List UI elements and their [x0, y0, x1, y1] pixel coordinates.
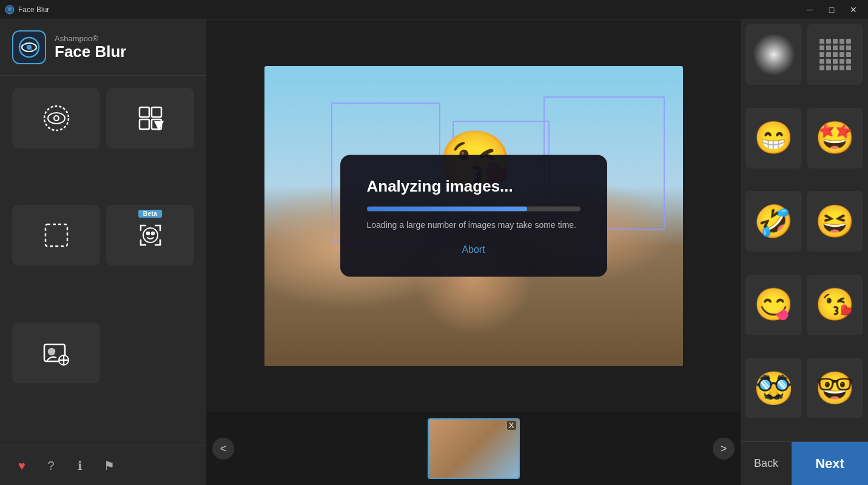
- thumb-photo-1: [429, 420, 519, 478]
- title-bar-left: Face Blur: [5, 5, 49, 15]
- svg-point-16: [152, 232, 154, 235]
- analyzing-dialog: Analyzing images... Loading a large numb…: [340, 155, 607, 277]
- effect-emoji-goggle-2[interactable]: 🤓: [807, 358, 863, 418]
- thumb-close-button[interactable]: X: [507, 421, 516, 430]
- analyzing-title: Analyzing images...: [367, 177, 580, 196]
- left-sidebar: Ashampoo® Face Blur: [0, 19, 206, 485]
- effect-emoji-grin[interactable]: 😁: [745, 108, 802, 169]
- svg-rect-9: [152, 107, 161, 117]
- help-icon-btn[interactable]: ?: [41, 456, 61, 475]
- app-header: Ashampoo® Face Blur: [0, 19, 206, 76]
- effect-emoji-star-eyes[interactable]: 🤩: [807, 108, 863, 169]
- close-button[interactable]: ✕: [844, 2, 863, 17]
- tools-grid: Beta: [0, 76, 206, 446]
- tool-face-detect[interactable]: Beta: [106, 205, 194, 266]
- tool-region[interactable]: [12, 205, 100, 266]
- eye-circle-icon: [42, 104, 71, 133]
- analyzing-subtitle: Loading a large number of images may tak…: [367, 220, 580, 230]
- svg-rect-10: [140, 119, 149, 129]
- tool-add-photo[interactable]: [12, 323, 100, 383]
- effect-pixelate[interactable]: [807, 24, 863, 85]
- svg-point-14: [143, 228, 158, 242]
- app-icon: [5, 5, 15, 15]
- add-photo-icon: [42, 338, 71, 367]
- title-bar: Face Blur ─ □ ✕: [0, 0, 868, 19]
- effect-emoji-laugh-tear[interactable]: 🤣: [745, 191, 802, 252]
- svg-rect-8: [140, 107, 149, 117]
- pixelate-visual: [819, 39, 851, 70]
- right-sidebar: 😁 🤩 🤣 😆 😋 😘 🥸 🤓: [741, 19, 868, 485]
- face-detect-icon: [136, 221, 165, 250]
- maximize-button[interactable]: □: [822, 2, 841, 17]
- effect-blur-soft[interactable]: [745, 24, 802, 85]
- app-name: Face Blur: [55, 43, 127, 61]
- filmstrip-prev-button[interactable]: <: [212, 438, 234, 460]
- emoji-grin: 😁: [754, 119, 793, 156]
- progress-bar-fill: [367, 207, 527, 212]
- abort-button[interactable]: Abort: [462, 244, 485, 255]
- title-bar-text: Face Blur: [18, 5, 49, 14]
- center-content: 😘 Analyzing images... Loading a large nu…: [206, 19, 741, 485]
- svg-rect-13: [45, 224, 67, 246]
- info-icon-btn[interactable]: ℹ: [70, 456, 90, 475]
- app-logo: [12, 30, 46, 64]
- emoji-yum: 😋: [754, 286, 793, 323]
- title-bar-controls: ─ □ ✕: [800, 2, 863, 17]
- svg-point-7: [54, 116, 59, 121]
- emoji-kiss-heart: 😘: [815, 286, 855, 323]
- beta-badge: Beta: [138, 210, 163, 218]
- svg-point-1: [8, 7, 12, 11]
- svg-point-4: [27, 45, 32, 50]
- emoji-goggle-1: 🥸: [754, 370, 793, 407]
- svg-point-18: [49, 349, 55, 355]
- heart-icon-btn[interactable]: ♥: [12, 456, 32, 475]
- emoji-laugh-tear: 🤣: [754, 203, 793, 240]
- app-brand: Ashampoo®: [55, 34, 127, 43]
- sidebar-footer: ♥ ? ℹ ⚑: [0, 446, 206, 485]
- image-area: 😘 Analyzing images... Loading a large nu…: [206, 19, 741, 412]
- emoji-star-eyes: 🤩: [815, 119, 855, 156]
- progress-bar-track: [367, 207, 580, 212]
- minimize-button[interactable]: ─: [800, 2, 819, 17]
- filmstrip-thumb-1[interactable]: X: [428, 418, 520, 479]
- flag-icon-btn[interactable]: ⚑: [99, 456, 119, 475]
- region-icon: [42, 221, 71, 250]
- app-title-block: Ashampoo® Face Blur: [55, 34, 127, 61]
- logo-icon: [18, 36, 40, 58]
- main-image: 😘 Analyzing images... Loading a large nu…: [264, 66, 683, 366]
- grid-select-icon: [136, 104, 165, 133]
- blur-soft-visual: [753, 33, 795, 76]
- main-image-container: 😘 Analyzing images... Loading a large nu…: [264, 66, 683, 366]
- back-button[interactable]: Back: [741, 442, 792, 485]
- svg-point-15: [147, 232, 149, 235]
- filmstrip-next-button[interactable]: >: [713, 438, 735, 460]
- tool-batch-select[interactable]: [106, 88, 194, 149]
- effect-emoji-goggle-1[interactable]: 🥸: [745, 358, 802, 418]
- emoji-laugh: 😆: [815, 203, 855, 240]
- effect-emoji-laugh[interactable]: 😆: [807, 191, 863, 252]
- main-layout: Ashampoo® Face Blur: [0, 19, 868, 485]
- effect-emoji-yum[interactable]: 😋: [745, 275, 802, 335]
- right-footer: Back Next: [741, 441, 868, 485]
- tool-select-blur[interactable]: [12, 88, 100, 149]
- effect-options: 😁 🤩 🤣 😆 😋 😘 🥸 🤓: [741, 19, 868, 441]
- filmstrip-area: < X >: [206, 412, 741, 485]
- svg-point-6: [48, 113, 65, 124]
- emoji-goggle-2: 🤓: [815, 370, 855, 407]
- next-button[interactable]: Next: [792, 442, 868, 485]
- effect-emoji-kiss-heart[interactable]: 😘: [807, 275, 863, 335]
- filmstrip-items: X: [240, 418, 707, 479]
